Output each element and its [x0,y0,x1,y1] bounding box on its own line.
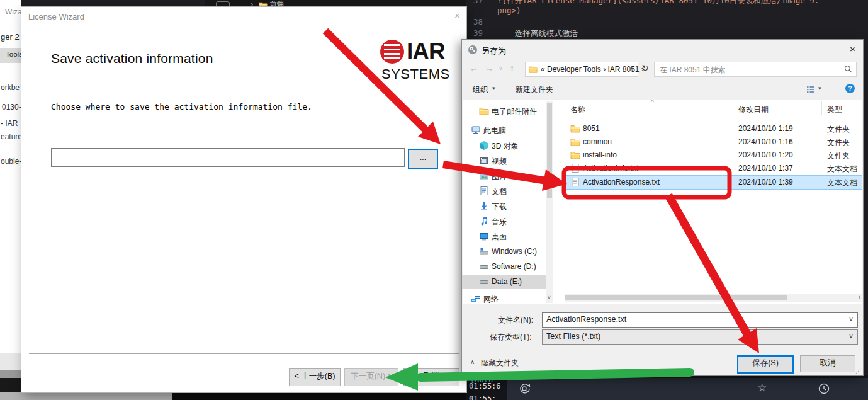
file-type: 文件夹 [827,151,850,161]
tree-item-电子邮件附件[interactable]: 电子邮件附件 [462,105,553,118]
column-header-date[interactable]: 修改日期 [738,105,769,115]
drive-icon [479,277,489,287]
new-folder-button[interactable]: 新建文件夹 [516,84,553,95]
tree-item-label: 视频 [492,156,507,167]
document-icon [479,186,489,196]
tree-item-Data (E:)[interactable]: Data (E:) [462,275,553,289]
close-icon[interactable]: × [850,43,855,54]
filetype-label: 保存类型(T): [490,332,532,343]
scrollbar-thumb[interactable] [565,295,787,300]
cancel-button[interactable]: 取消 [403,368,459,386]
chevron-right-icon[interactable]: › [859,294,860,300]
tree-item-Software (D:)[interactable]: Software (D:) [462,260,553,273]
annotation-toolbar: ☆ [507,378,868,400]
file-date: 2024/10/10 1:20 [738,151,793,159]
tree-item-桌面[interactable]: 桌面 [462,230,553,243]
tree-item-音乐[interactable]: 音乐 [462,215,553,228]
clock-icon[interactable] [818,382,830,395]
tree-item-label: Windows (C:) [492,247,537,256]
search-box[interactable]: 在 IAR 8051 中搜索 [654,62,857,77]
code-line-39: 选择离线模式激活 [515,28,578,39]
window-bottom-band [0,353,21,371]
next-button[interactable]: 下一页(N) > [344,368,398,386]
organize-button[interactable]: 组织 [473,84,488,95]
picture-icon [479,171,489,181]
file-date: 2024/10/10 1:39 [738,178,793,186]
scrollbar-thumb[interactable] [547,103,552,198]
dialog-title: License Wizard [28,12,84,21]
nav-forward-icon[interactable]: → [485,63,493,73]
tree-item-网络[interactable]: 网络 [462,292,553,306]
download-icon [479,201,489,211]
back-button[interactable]: < 上一步(B) [289,368,341,386]
file-row-install-info[interactable]: install-info2024/10/10 1:20文件夹 [565,149,862,162]
zoom-refresh-icon[interactable] [518,382,532,396]
key-app-icon [468,45,478,55]
folder-icon [479,106,489,116]
file-date: 2024/10/10 1:19 [738,124,793,133]
refresh-icon[interactable]: ↻ [641,63,649,73]
instruction-text: Choose where to save the activation info… [51,102,312,111]
nav-back-icon[interactable]: ← [470,63,478,73]
address-bar[interactable]: « Developer Tools › IAR 8051 › ∨ [525,62,638,77]
view-list-icon[interactable] [806,84,816,94]
tree-item-Windows (C:)[interactable]: Windows (C:) [462,245,553,258]
help-icon[interactable]: ? [845,83,855,94]
tree-item-3D 对象[interactable]: 3D 对象 [462,139,553,152]
close-icon[interactable]: × [454,10,460,21]
chevron-down-icon[interactable]: ▾ [818,85,821,91]
save-as-dialog: 另存为 × ← → ∨ ↑ « Developer Tools › IAR 80… [461,39,864,376]
partial-text: - IAR [1,119,18,128]
search-icon[interactable] [843,64,853,74]
page-title: Save activation information [51,51,213,66]
folder-icon [570,123,580,134]
chevron-down-icon[interactable]: ∨ [630,66,634,72]
partial-text: orkbe [1,83,20,92]
tree-item-视频[interactable]: 视频 [462,154,553,168]
column-header-type[interactable]: 类型 [827,105,842,115]
chevron-down-icon[interactable]: ∨ [547,294,551,300]
save-path-input[interactable] [51,148,405,167]
file-date: 2024/10/10 1:16 [738,137,793,146]
horizontal-scrollbar[interactable]: › [565,294,862,302]
save-button[interactable]: 保存(S) [737,355,794,374]
tree-item-文档[interactable]: 文档 [462,185,553,198]
file-row-8051[interactable]: 80512024/10/10 1:19文件夹 [565,122,862,135]
star-icon[interactable]: ☆ [757,381,767,394]
folder-icon [529,65,538,74]
resize-grip[interactable]: ⋰ [855,368,861,374]
filename-combo[interactable]: ActivationResponse.txt ∨ [542,312,858,328]
chevron-down-icon[interactable]: ∨ [848,315,854,323]
tree-item-label: 下载 [492,202,507,212]
file-row-common[interactable]: common2024/10/10 1:16文件夹 [565,135,862,149]
column-header-name[interactable]: 名称 [570,105,585,115]
browse-button[interactable]: ... [408,149,438,169]
partial-text: ger 2 [1,32,20,42]
desktop-icon [479,231,489,241]
partial-text: Wiza [5,8,21,16]
column-divider [821,101,822,115]
dialog-title: 另存为 [482,45,506,57]
tree-item-此电脑[interactable]: 此电脑 [462,123,553,137]
sort-caret: ^ [651,99,654,106]
file-row-ActivationResponse.txt[interactable]: ActivationResponse.txt2024/10/10 1:39文本文… [565,176,862,189]
file-row-ActivationInfo.txt[interactable]: ActivationInfo.txt2024/10/10 1:37文本文档 [565,162,862,175]
nav-up-icon[interactable]: ↑ [510,63,514,73]
nav-dropdown-icon[interactable]: ∨ [499,65,503,71]
tree-item-label: 桌面 [492,232,507,243]
partial-text: eature [1,132,21,141]
column-divider [733,101,733,115]
tree-item-label: 图片 [492,171,507,182]
breadcrumb[interactable]: « Developer Tools › IAR 8051 › [541,65,644,74]
filetype-combo[interactable]: Text Files (*.txt) ∨ [542,329,858,345]
file-date: 2024/10/10 1:37 [738,164,793,173]
cube-icon [479,140,489,151]
hide-folders-button[interactable]: 隐藏文件夹 [481,358,519,369]
partial-text: ouble- [1,157,21,166]
tree-scrollbar[interactable]: ∨ [546,101,553,303]
tree-item-下载[interactable]: 下载 [462,200,553,213]
tree-item-图片[interactable]: 图片 [462,169,553,183]
chevron-down-icon[interactable]: ∨ [848,332,854,340]
cancel-button[interactable]: 取消 [800,355,855,372]
chevron-up-icon[interactable]: ∧ [470,358,475,365]
